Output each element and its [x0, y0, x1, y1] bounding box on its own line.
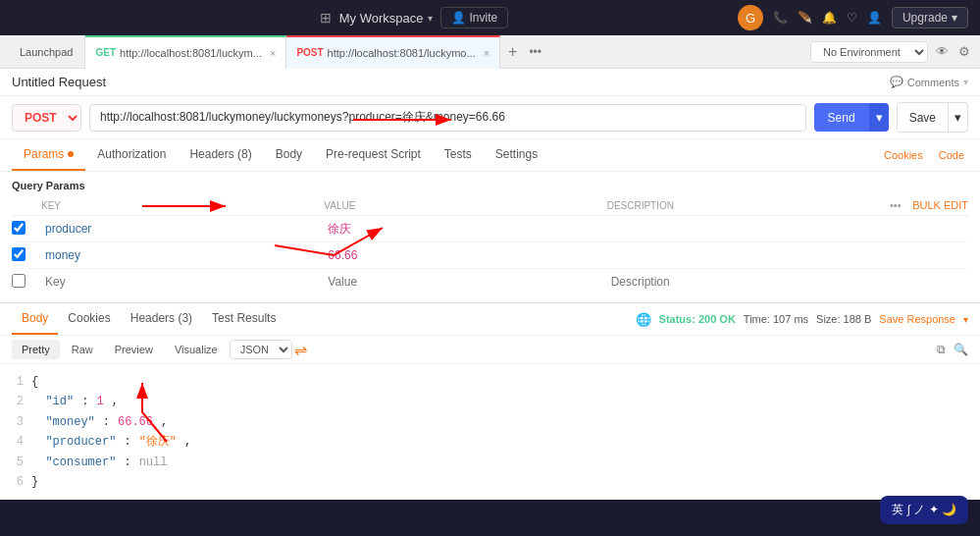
code-link[interactable]: Code [935, 141, 968, 169]
resp-status-area: 🌐 Status: 200 OK Time: 107 ms Size: 188 … [636, 312, 968, 327]
bulk-edit-button[interactable]: Bulk Edit [912, 199, 968, 211]
code-line-2: 2 "id": 1, [8, 392, 980, 411]
params-header-row: KEY VALUE DESCRIPTION ••• Bulk Edit [12, 197, 968, 216]
params-dot [68, 151, 74, 157]
params-section: Query Params KEY VALUE DESCRIPTION ••• B… [0, 172, 980, 302]
resp-tab-body[interactable]: Body [12, 303, 58, 335]
tab-post-close[interactable]: × [484, 47, 490, 59]
param-money-desc[interactable] [607, 244, 890, 266]
send-group: Send ▾ [814, 103, 889, 132]
query-params-title: Query Params [12, 180, 968, 191]
tab-get-request[interactable]: GET http://localhost:8081/luckym... × [85, 35, 286, 69]
search-icon[interactable]: 🔍 [954, 343, 968, 356]
save-button[interactable]: Save [897, 102, 949, 133]
url-input[interactable] [89, 104, 806, 132]
comments-chevron: ▾ [963, 77, 968, 87]
tabbar-right: No Environment 👁 ⚙ [810, 41, 972, 63]
tab-authorization[interactable]: Authorization [85, 139, 178, 171]
main-content: Untitled Request 💬 Comments ▾ POST Send … [0, 69, 980, 500]
copy-icon[interactable]: ⧉ [937, 343, 946, 356]
heart-icon[interactable]: ♡ [847, 11, 857, 25]
send-dropdown[interactable]: ▾ [869, 103, 889, 132]
workspace-button[interactable]: My Workspace ▾ [339, 11, 433, 26]
tab-tests[interactable]: Tests [433, 139, 484, 171]
upgrade-button[interactable]: Upgrade ▾ [892, 7, 968, 28]
param-money-value[interactable] [324, 244, 606, 266]
status-time: Time: 107 ms [744, 313, 808, 325]
tab-params[interactable]: Params [12, 139, 85, 171]
topbar: ⊞ My Workspace ▾ 👤 Invite G 📞 🪶 🔔 ♡ 👤 Up… [0, 0, 980, 35]
tabbar: Launchpad GET http://localhost:8081/luck… [0, 35, 980, 69]
chevron-down-icon: ▾ [428, 13, 433, 24]
resp-tab-cookies[interactable]: Cookies [58, 303, 120, 335]
beautify-icon[interactable]: ⇌ [294, 341, 307, 359]
resp-tab-headers[interactable]: Headers (3) [121, 303, 202, 335]
call-icon[interactable]: 📞 [773, 11, 788, 25]
tab-more-button[interactable]: ••• [525, 45, 545, 59]
param-producer-key[interactable] [41, 218, 324, 240]
code-area: 1 { 2 "id": 1, 3 "money": 66.66, 4 "prod… [0, 364, 980, 500]
format-select[interactable]: JSON [230, 340, 292, 359]
nav-right: Cookies Code [880, 141, 968, 169]
status-size: Size: 188 B [816, 313, 871, 325]
invite-button[interactable]: 👤 Invite [440, 7, 509, 28]
param-empty-checkbox[interactable] [12, 274, 26, 288]
status-ok: Status: 200 OK [659, 313, 736, 325]
param-empty-row [12, 269, 968, 295]
tab-get-method: GET [95, 47, 116, 58]
tab-body[interactable]: Body [264, 139, 314, 171]
save-response-chevron[interactable]: ▾ [963, 314, 968, 325]
send-button[interactable]: Send [814, 103, 869, 132]
param-producer-desc[interactable] [607, 218, 890, 240]
gear-icon[interactable]: ⚙ [956, 42, 972, 61]
tab-get-url: http://localhost:8081/luckym... [120, 47, 262, 59]
feather-icon[interactable]: 🪶 [798, 11, 812, 25]
bell-icon[interactable]: 🔔 [822, 11, 837, 25]
tab-settings[interactable]: Settings [484, 139, 549, 171]
tab-post-request[interactable]: POST http://localhost:8081/luckymo... × [286, 35, 500, 69]
view-tab-pretty[interactable]: Pretty [12, 340, 60, 359]
tab-headers[interactable]: Headers (8) [178, 139, 263, 171]
response-view-tabs: Pretty Raw Preview Visualize JSON ⇌ ⧉ 🔍 [0, 336, 980, 364]
code-line-5: 5 "consumer": null [8, 453, 980, 472]
params-nav: Params Authorization Headers (8) Body Pr… [0, 139, 980, 172]
profile-icon[interactable]: 👤 [867, 11, 882, 25]
environment-select[interactable]: No Environment [810, 41, 928, 63]
method-select[interactable]: POST [12, 104, 81, 132]
tab-post-method: POST [296, 47, 323, 58]
param-empty-value[interactable] [324, 271, 606, 293]
response-tabs: Body Cookies Headers (3) Test Results 🌐 … [0, 303, 980, 336]
view-tab-raw[interactable]: Raw [62, 340, 103, 359]
save-dropdown[interactable]: ▾ [949, 102, 968, 133]
tab-pre-request[interactable]: Pre-request Script [314, 139, 433, 171]
taskbar-label: 英 ∫ ノ ✦ 🌙 [892, 502, 956, 518]
url-bar: POST Send ▾ Save ▾ [0, 96, 980, 139]
view-tab-visualize[interactable]: Visualize [165, 340, 228, 359]
view-tab-preview[interactable]: Preview [105, 340, 163, 359]
code-line-4: 4 "producer": "徐庆", [8, 432, 980, 452]
tab-add-button[interactable]: + [500, 35, 525, 69]
cookies-link[interactable]: Cookies [880, 141, 927, 169]
topbar-center: ⊞ My Workspace ▾ 👤 Invite [320, 7, 508, 28]
param-producer-value[interactable] [324, 218, 606, 240]
param-money-key[interactable] [41, 244, 324, 266]
param-producer-checkbox[interactable] [12, 221, 26, 235]
user-icon: 👤 [451, 11, 466, 25]
comment-icon: 💬 [890, 76, 903, 88]
comments-button[interactable]: Comments [907, 77, 959, 88]
tab-get-close[interactable]: × [270, 47, 276, 59]
col-desc-header: DESCRIPTION [607, 200, 890, 211]
params-more-button[interactable]: ••• [890, 199, 902, 211]
user-avatar[interactable]: G [738, 5, 763, 30]
param-empty-key[interactable] [41, 271, 324, 293]
param-money-checkbox[interactable] [12, 247, 26, 261]
request-title-bar: Untitled Request 💬 Comments ▾ [0, 69, 980, 96]
eye-icon[interactable]: 👁 [934, 42, 951, 61]
param-empty-desc[interactable] [607, 271, 890, 293]
save-response-button[interactable]: Save Response [879, 313, 955, 325]
code-line-6: 6 } [8, 472, 980, 492]
topbar-right: G 📞 🪶 🔔 ♡ 👤 Upgrade ▾ [738, 5, 968, 30]
tab-launchpad[interactable]: Launchpad [8, 35, 85, 69]
param-row-money [12, 242, 968, 269]
resp-tab-test-results[interactable]: Test Results [202, 303, 285, 335]
